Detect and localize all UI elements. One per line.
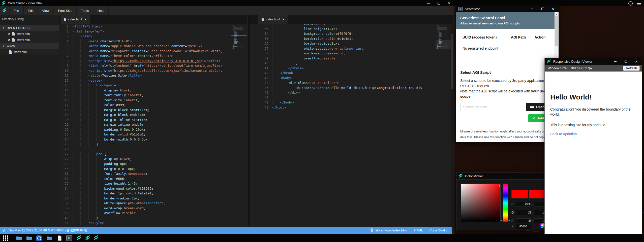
table-header-cell: Action xyxy=(532,32,551,43)
sidebar-header: Directory Listing xyxy=(0,15,59,25)
taskbar-serverless-app[interactable]: 0 xyxy=(66,235,72,241)
menu-item-file[interactable]: File xyxy=(9,6,24,15)
tree-section-www[interactable]: ▼WWW xyxy=(0,43,59,49)
location-input[interactable] xyxy=(460,103,526,111)
close-icon[interactable]: ✕ xyxy=(8,32,11,36)
scrollbar[interactable] xyxy=(451,24,453,227)
menu-item-tools[interactable]: Tools xyxy=(77,6,94,15)
close-icon[interactable]: ✕ xyxy=(8,38,11,42)
taskbar-folder[interactable] xyxy=(46,235,52,241)
code-line: 44 <div class="ui container"> xyxy=(250,80,453,85)
code-line: 9 <link rel="stylesheet" href="https://c… xyxy=(59,63,247,68)
line-number: 4 xyxy=(59,39,69,44)
status-file[interactable]: store:/www/index.html xyxy=(371,228,407,232)
tree-section-open-editors[interactable]: ▼OPEN EDITORS xyxy=(0,25,59,31)
minimize-icon[interactable] xyxy=(427,2,430,5)
maximize-icon[interactable] xyxy=(437,2,441,5)
close-icon[interactable]: × xyxy=(635,60,638,63)
line-number: 28 xyxy=(59,157,69,162)
code-editor[interactable]: 1<!DOCTYPE html>2<html lang="en">3 <head… xyxy=(59,24,247,227)
minimize-icon[interactable] xyxy=(530,7,534,11)
title-bar: Code Studio - index.html × xyxy=(0,0,454,6)
table-header-cell: AGI Path xyxy=(508,32,532,43)
menu-item-view[interactable]: View xyxy=(38,6,54,15)
code-lines-left: 1<!DOCTYPE html>2<html lang="en">3 <head… xyxy=(59,24,247,227)
refresh-button[interactable]: Refresh xyxy=(623,66,640,71)
color-picker-content: ▶ ◀ R255▲▼G0▲▼B0▲▼ H0▲▼S100▲▼B100▲▼ # ff… xyxy=(456,179,557,230)
line-number: 48 xyxy=(250,100,268,105)
line-number: 27 xyxy=(59,152,69,157)
code-line: 34 background-color:#f9f9f9; xyxy=(59,186,247,191)
line-number: 41 xyxy=(59,220,69,225)
tab-index-html[interactable]: index.html ✕ xyxy=(60,15,90,24)
tree-item-file[interactable]: index.html xyxy=(0,49,59,55)
back-to-aprintlab-link[interactable]: Back to Aprintlab xyxy=(550,132,638,136)
endpoint-table-header: UUID (access token)AGI PathAction xyxy=(460,32,551,43)
code-line: 42 </head> xyxy=(250,71,453,76)
minimize-icon[interactable] xyxy=(614,60,617,63)
line-number: 22 xyxy=(59,127,69,132)
taskbar-folder[interactable] xyxy=(26,235,32,241)
tab-close-icon[interactable]: ✕ xyxy=(282,18,285,21)
file-icon xyxy=(371,228,373,232)
code-line: 13 blockquote { xyxy=(59,83,247,88)
code-line: 46 </div> xyxy=(250,90,453,95)
code-line: 19 margin-block-end:1em; xyxy=(59,112,247,117)
line-number: 35 xyxy=(59,191,69,196)
tab-close-icon[interactable]: ✕ xyxy=(84,18,87,21)
code-line: 36 border-radius:2px; xyxy=(59,196,247,201)
status-language[interactable]: HTML xyxy=(414,228,423,232)
line-number: 26 xyxy=(59,147,69,152)
code-line: 33 line-height:1.45; xyxy=(59,181,247,186)
tab-index-html[interactable]: index.html ✕ xyxy=(258,15,288,24)
menu-bar-items: FileEditViewFont SizeToolsHelp xyxy=(9,6,109,15)
chevron-down-icon: ▼ xyxy=(3,45,5,47)
color-wheel-icon[interactable] xyxy=(540,223,545,228)
menu-item-edit[interactable]: Edit xyxy=(24,6,38,15)
chevron-down-icon: ▼ xyxy=(3,27,5,29)
code-line: 36 border-radius:2px; xyxy=(250,41,453,46)
code-line: 25 } xyxy=(59,142,247,147)
menu-item-font-size[interactable]: Font Size xyxy=(54,6,77,15)
line-number: 39 xyxy=(59,211,69,216)
line-number: 1 xyxy=(59,24,69,29)
tree-item-file[interactable]: ✕index.html xyxy=(0,31,59,37)
line-number: 31 xyxy=(59,171,69,176)
line-number: 32 xyxy=(59,176,69,181)
taskbar-code-studio[interactable] xyxy=(76,235,82,241)
folder-icon xyxy=(26,236,32,240)
picker-cursor[interactable] xyxy=(497,185,500,187)
hex-field[interactable]: # ff0000 xyxy=(511,224,531,229)
code-line: 48 </body> xyxy=(250,100,453,105)
taskbar-app-grid[interactable] xyxy=(3,235,8,241)
taskbar-media-app[interactable] xyxy=(36,235,42,241)
menu-item-help[interactable]: Help xyxy=(94,6,109,15)
code-line: 34 background-color:#f9f9f9; xyxy=(250,31,453,36)
taskbar-code-studio[interactable] xyxy=(84,235,90,241)
close-icon[interactable]: × xyxy=(447,2,451,5)
menu-icon[interactable] xyxy=(637,2,641,5)
spinner-icon[interactable] xyxy=(628,1,633,6)
code-editor[interactable]: 32 color:#666;33 line-height:1.45;34 bac… xyxy=(250,24,453,227)
hue-slider[interactable] xyxy=(503,184,508,222)
taskbar-document[interactable] xyxy=(57,235,63,241)
code-line: 8 <script src="https://code.jquery.com/j… xyxy=(59,58,247,63)
hex-value[interactable]: ff0000 xyxy=(515,224,531,229)
saturation-area[interactable] xyxy=(461,184,501,222)
taskbar-code-studio[interactable] xyxy=(93,235,99,241)
code-line: 10 <script src="https://cdnjs.cloudflare… xyxy=(59,68,247,73)
current-color-swatch xyxy=(511,190,528,198)
line-number: 10 xyxy=(59,68,69,73)
close-icon[interactable]: × xyxy=(551,7,555,11)
minimap[interactable] xyxy=(436,24,451,227)
line-number: 21 xyxy=(59,122,69,127)
serverless-app-icon: 0 xyxy=(66,235,72,241)
minimap[interactable] xyxy=(231,24,247,227)
taskbar-folder[interactable] xyxy=(16,235,22,241)
editor-pane-right: index.html ✕ 32 color:#666;33 line-heigh… xyxy=(248,15,453,227)
maximize-icon[interactable] xyxy=(624,60,628,63)
tree-item-file[interactable]: ✕index.html xyxy=(0,37,59,43)
maximize-icon[interactable] xyxy=(541,7,544,11)
minimize-icon[interactable] xyxy=(540,174,543,178)
tab-bar: index.html ✕ xyxy=(250,15,453,24)
